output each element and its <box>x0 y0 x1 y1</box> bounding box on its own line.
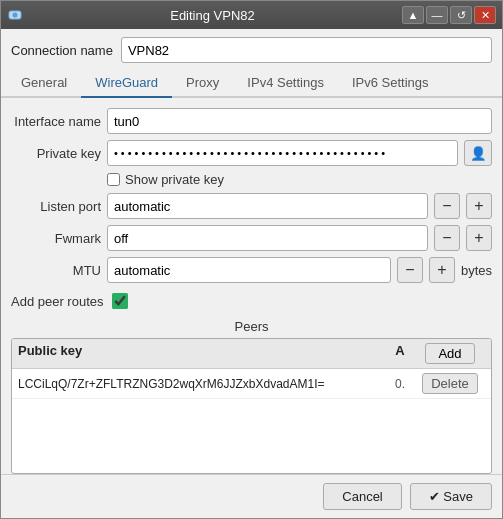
peers-table: Public key A Add LCCiLqQ/7Zr+ZFLTRZNG3D2… <box>11 338 492 474</box>
add-peer-routes-row: Add peer routes <box>1 289 502 313</box>
peer-allowed-value: 0. <box>385 377 415 391</box>
private-key-label: Private key <box>11 146 101 161</box>
connection-name-row: Connection name <box>1 29 502 69</box>
peer-public-key-value: LCCiLqQ/7Zr+ZFLTRZNG3D2wqXrM6JJZxbXdvadA… <box>18 377 385 391</box>
main-window: Editing VPN82 ▲ — ↺ ✕ Connection name Ge… <box>0 0 503 519</box>
titlebar-left <box>7 7 23 23</box>
window-title: Editing VPN82 <box>170 8 255 23</box>
peers-body: LCCiLqQ/7Zr+ZFLTRZNG3D2wqXrM6JJZxbXdvadA… <box>12 369 491 473</box>
restore-button[interactable]: ▲ <box>402 6 424 24</box>
bottom-bar: Cancel ✔ Save <box>1 474 502 518</box>
listen-port-row: Listen port − + <box>11 193 492 219</box>
interface-name-row: Interface name <box>11 108 492 134</box>
svg-point-1 <box>13 13 18 18</box>
network-vpn-icon <box>7 7 23 23</box>
wireguard-form: Interface name Private key 👤 Show privat… <box>1 98 502 289</box>
refresh-button[interactable]: ↺ <box>450 6 472 24</box>
mtu-plus-button[interactable]: + <box>429 257 455 283</box>
tab-ipv6-settings[interactable]: IPv6 Settings <box>338 69 443 98</box>
tab-proxy[interactable]: Proxy <box>172 69 233 98</box>
peers-col-allowed: A <box>385 343 415 364</box>
peers-title: Peers <box>11 313 492 338</box>
listen-port-label: Listen port <box>11 199 101 214</box>
private-key-row: Private key 👤 <box>11 140 492 166</box>
close-button[interactable]: ✕ <box>474 6 496 24</box>
peer-delete-wrapper: Delete <box>415 373 485 394</box>
titlebar-title-wrapper: Editing VPN82 <box>23 8 402 23</box>
peers-header: Public key A Add <box>12 339 491 369</box>
cancel-button[interactable]: Cancel <box>323 483 401 510</box>
listen-port-minus-button[interactable]: − <box>434 193 460 219</box>
peers-add-wrapper: Add <box>415 343 485 364</box>
mtu-input[interactable] <box>107 257 391 283</box>
show-private-key-checkbox[interactable] <box>107 173 120 186</box>
connection-name-label: Connection name <box>11 43 113 58</box>
peers-col-public-key: Public key <box>18 343 385 364</box>
table-row: LCCiLqQ/7Zr+ZFLTRZNG3D2wqXrM6JJZxbXdvadA… <box>12 369 491 399</box>
peers-section: Peers Public key A Add LCCiLqQ/7Zr+ZFLTR… <box>1 313 502 474</box>
fwmark-row: Fwmark − + <box>11 225 492 251</box>
peers-delete-button[interactable]: Delete <box>422 373 478 394</box>
tabs-bar: General WireGuard Proxy IPv4 Settings IP… <box>1 69 502 98</box>
interface-name-label: Interface name <box>11 114 101 129</box>
add-peer-routes-label: Add peer routes <box>11 294 104 309</box>
fwmark-minus-button[interactable]: − <box>434 225 460 251</box>
tab-general[interactable]: General <box>7 69 81 98</box>
person-icon-button[interactable]: 👤 <box>464 140 492 166</box>
save-button[interactable]: ✔ Save <box>410 483 492 510</box>
mtu-row: MTU − + bytes <box>11 257 492 283</box>
fwmark-input[interactable] <box>107 225 428 251</box>
fwmark-plus-button[interactable]: + <box>466 225 492 251</box>
listen-port-input[interactable] <box>107 193 428 219</box>
tab-ipv4-settings[interactable]: IPv4 Settings <box>233 69 338 98</box>
person-icon: 👤 <box>470 146 487 161</box>
peers-add-button[interactable]: Add <box>425 343 474 364</box>
minimize-button[interactable]: — <box>426 6 448 24</box>
fwmark-label: Fwmark <box>11 231 101 246</box>
mtu-label: MTU <box>11 263 101 278</box>
connection-name-input[interactable] <box>121 37 492 63</box>
listen-port-plus-button[interactable]: + <box>466 193 492 219</box>
titlebar-controls: ▲ — ↺ ✕ <box>402 6 496 24</box>
titlebar: Editing VPN82 ▲ — ↺ ✕ <box>1 1 502 29</box>
mtu-minus-button[interactable]: − <box>397 257 423 283</box>
show-private-key-row: Show private key <box>11 172 492 187</box>
add-peer-routes-checkbox[interactable] <box>112 293 128 309</box>
interface-name-input[interactable] <box>107 108 492 134</box>
content-area: Connection name General WireGuard Proxy … <box>1 29 502 474</box>
show-private-key-label[interactable]: Show private key <box>107 172 224 187</box>
mtu-bytes-label: bytes <box>461 263 492 278</box>
tab-wireguard[interactable]: WireGuard <box>81 69 172 98</box>
private-key-input[interactable] <box>107 140 458 166</box>
